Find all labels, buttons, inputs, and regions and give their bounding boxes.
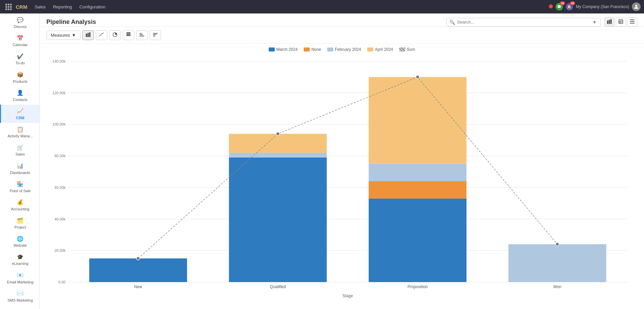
table-view-button[interactable]: [616, 18, 626, 27]
sum-dot-new: [137, 257, 140, 260]
activity-icon[interactable]: 🔔 12: [566, 3, 573, 10]
view-controls: [604, 18, 637, 27]
bar-qualified-feb[interactable]: [229, 153, 327, 158]
brand-name[interactable]: CRM: [16, 4, 27, 10]
svg-text:60.00k: 60.00k: [54, 185, 66, 190]
user-avatar[interactable]: [632, 2, 641, 11]
todo-icon: ✔️: [16, 53, 24, 60]
svg-point-0: [635, 5, 637, 7]
x-label-won: Won: [553, 284, 561, 289]
search-dropdown-button[interactable]: ▼: [591, 20, 598, 25]
discuss-icon: 💬: [16, 16, 24, 24]
sidebar-item-activity-manager[interactable]: 📋 Activity Mana...: [0, 123, 39, 141]
bar-chart: 140.00k120.00k100.00k80.00k60.00k40.00k2…: [46, 55, 637, 299]
sidebar: 💬 Discuss 📅 Calendar ✔️ To-do 📦 Products…: [0, 13, 40, 309]
chart-legend: March 2024 None February 2024 April 2024…: [46, 47, 637, 52]
legend-none: None: [304, 47, 321, 52]
contacts-icon: 👤: [16, 89, 24, 97]
sidebar-label-website: Website: [13, 243, 27, 248]
sidebar-label-sms-marketing: SMS Marketing: [7, 298, 33, 303]
legend-color-march-2024: [269, 47, 275, 52]
sidebar-item-products[interactable]: 📦 Products: [0, 68, 39, 87]
bar-qualified-march[interactable]: [229, 158, 327, 282]
top-navigation: CRM Sales Reporting Configuration 💬 12 🔔…: [0, 0, 644, 13]
chat-badge: 12: [560, 1, 565, 5]
svg-rect-21: [153, 33, 158, 34]
status-dot[interactable]: [549, 4, 553, 10]
svg-rect-18: [140, 36, 144, 36]
svg-text:140.00k: 140.00k: [52, 59, 66, 63]
svg-rect-3: [610, 19, 612, 24]
svg-rect-16: [126, 34, 130, 35]
dashboards-icon: 📊: [16, 162, 24, 170]
svg-text:80.00k: 80.00k: [54, 154, 66, 158]
x-label-proposition: Proposition: [408, 284, 428, 289]
line-chart-type-button[interactable]: [96, 30, 107, 40]
legend-label-none: None: [311, 47, 321, 52]
elearning-icon: 🎓: [16, 253, 24, 261]
search-icon: 🔍: [449, 20, 455, 25]
sidebar-item-todo[interactable]: ✔️ To-do: [0, 50, 39, 68]
search-input[interactable]: [457, 20, 589, 25]
sidebar-item-crm[interactable]: 📈 CRM: [0, 105, 39, 123]
measures-button[interactable]: Measures ▼: [46, 31, 80, 40]
legend-label-february-2024: February 2024: [335, 47, 361, 52]
sidebar-item-calendar[interactable]: 📅 Calendar: [0, 32, 39, 50]
accounting-icon: 💰: [16, 199, 24, 206]
svg-text:20.00k: 20.00k: [54, 248, 66, 252]
x-label-new: New: [134, 284, 142, 289]
sidebar-item-sales[interactable]: 🛒 Sales: [0, 141, 39, 159]
pie-chart-type-button[interactable]: [109, 30, 121, 40]
sidebar-item-email-marketing[interactable]: 📧 Email Marketing: [0, 269, 39, 287]
activity-badge: 12: [570, 1, 575, 5]
sidebar-item-elearning[interactable]: 🎓 eLearning: [0, 250, 39, 269]
legend-color-february-2024: [327, 47, 333, 52]
stacked-chart-type-button[interactable]: [123, 30, 134, 40]
apps-menu-button[interactable]: [3, 4, 14, 10]
chat-icon[interactable]: 💬 12: [556, 3, 563, 10]
svg-rect-17: [126, 32, 130, 33]
measures-dropdown-icon: ▼: [72, 33, 76, 38]
sort-desc-button[interactable]: [150, 30, 161, 40]
sidebar-item-point-of-sale[interactable]: 🏪 Point of Sale: [0, 178, 39, 196]
svg-rect-11: [86, 34, 87, 37]
menu-sales[interactable]: Sales: [31, 3, 49, 11]
sidebar-item-website[interactable]: 🌐 Website: [0, 232, 39, 250]
bar-chart-view-button[interactable]: [604, 18, 614, 27]
sidebar-label-elearning: eLearning: [12, 262, 29, 266]
bar-proposition-march[interactable]: [369, 199, 466, 282]
sidebar-item-discuss[interactable]: 💬 Discuss: [0, 13, 39, 32]
main-content: Pipeline Analysis 🔍 ▼ Measur: [40, 13, 644, 309]
sidebar-item-sms-marketing[interactable]: ✉️ SMS Marketing: [0, 287, 39, 305]
main-header: Pipeline Analysis 🔍 ▼: [40, 13, 644, 27]
products-icon: 📦: [16, 71, 24, 78]
sales-icon: 🛒: [16, 144, 24, 151]
list-view-button[interactable]: [627, 18, 637, 27]
chart-area: March 2024 None February 2024 April 2024…: [40, 44, 644, 309]
svg-text:120.00k: 120.00k: [52, 91, 66, 95]
sort-asc-button[interactable]: [136, 30, 148, 40]
sidebar-item-dashboards[interactable]: 📊 Dashboards: [0, 160, 39, 178]
bar-proposition-feb[interactable]: [369, 164, 466, 181]
bar-proposition-april[interactable]: [369, 77, 466, 164]
sidebar-item-project[interactable]: 🗂️ Project: [0, 214, 39, 232]
sidebar-label-point-of-sale: Point of Sale: [10, 189, 31, 193]
bar-qualified-april[interactable]: [229, 134, 327, 153]
sidebar-label-sales: Sales: [15, 152, 25, 157]
bar-proposition-none[interactable]: [369, 181, 466, 199]
menu-configuration[interactable]: Configuration: [76, 3, 109, 11]
legend-label-april-2024: April 2024: [375, 47, 393, 52]
project-icon: 🗂️: [16, 217, 24, 224]
svg-rect-12: [87, 33, 89, 37]
legend-color-april-2024: [367, 47, 373, 52]
menu-reporting[interactable]: Reporting: [50, 3, 75, 11]
sidebar-item-contacts[interactable]: 👤 Contacts: [0, 87, 39, 105]
bar-chart-type-button[interactable]: [82, 30, 94, 40]
sum-dot-qualified: [276, 132, 279, 136]
sidebar-item-accounting[interactable]: 💰 Accounting: [0, 196, 39, 214]
bar-new-march[interactable]: [89, 259, 187, 282]
legend-color-none: [304, 47, 310, 52]
sms-marketing-icon: ✉️: [16, 290, 24, 297]
sidebar-item-events[interactable]: 🎟️ Events: [0, 305, 39, 309]
bar-won-feb[interactable]: [508, 244, 606, 282]
